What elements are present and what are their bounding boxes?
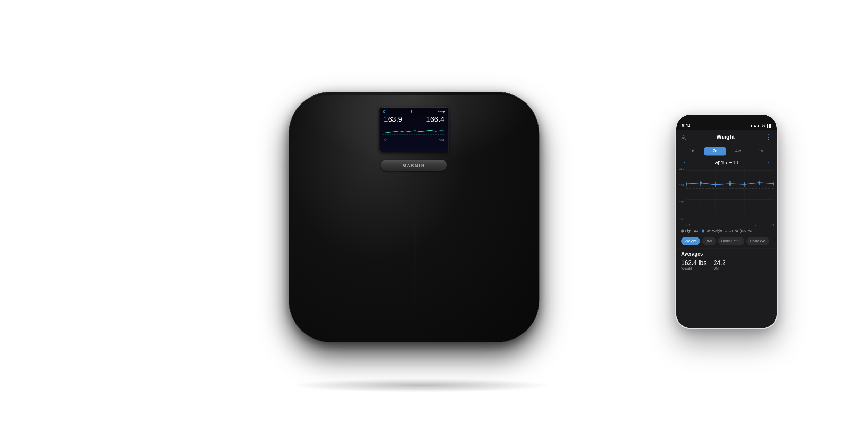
app-content: ◬ Weight ⋮ 1d 7d 4w 1y ‹ April 7 – 13 › <box>676 130 777 328</box>
scale-display-screen: ⌘ ⌇ BMI ▶ 163.9 166.4 <box>379 107 449 152</box>
screen-date-start: 3-1 <box>384 139 388 142</box>
average-weight-label: Weight <box>681 267 707 270</box>
svg-point-24 <box>729 183 731 185</box>
status-icons: ▲▲▲ ⌘ ▌ <box>750 123 771 128</box>
phone-screen: 9:41 ▲▲▲ ⌘ ▌ ◬ Weight ⋮ 1d 7d <box>676 115 777 328</box>
garmin-brand-bar: GARMIN <box>381 160 447 171</box>
x-label-dot3: · <box>729 224 730 227</box>
weight-value-1: 163.9 <box>384 115 402 124</box>
svg-point-22 <box>700 182 702 184</box>
garmin-logo-text: GARMIN <box>403 163 425 167</box>
x-label-dot1: · <box>703 224 704 227</box>
chart-y-labels: 160 157 153 150 <box>679 167 684 221</box>
prev-date-chevron[interactable]: ‹ <box>681 159 688 165</box>
status-time: 9:41 <box>682 123 690 128</box>
scale-horizontal-divider <box>301 217 526 217</box>
average-bmi-value: 24.2 <box>713 259 726 267</box>
average-bmi: 24.2 BMI <box>713 259 726 270</box>
battery-status-icon: ▌ <box>767 124 771 128</box>
legend-last-weight: Last Weight <box>702 229 722 233</box>
screen-chart-area <box>382 125 445 138</box>
app-header-back-icon[interactable]: ◬ <box>681 133 686 141</box>
chart-svg-wrapper <box>686 167 774 221</box>
x-label-413: 4/13 <box>768 224 774 227</box>
phone-notch <box>706 115 748 124</box>
legend-dot-gray <box>681 229 684 232</box>
y-label-153: 153 <box>679 201 684 204</box>
legend-goal: Goal (155 lbs) <box>725 229 752 233</box>
period-tabs-container: 1d 7d 4w 1y <box>676 144 777 158</box>
weight-value-2: 166.4 <box>426 115 444 124</box>
date-range-row: ‹ April 7 – 13 › <box>676 158 777 167</box>
x-label-dot2: · <box>716 224 717 227</box>
garmin-scale: ⌘ ⌇ BMI ▶ 163.9 166.4 <box>289 92 539 342</box>
x-label-47: 4/7 <box>686 224 691 227</box>
chart-container: 160 157 153 150 <box>676 167 777 228</box>
trend-icon: ⌇ <box>411 110 412 114</box>
average-weight: 162.4 lbs Weight <box>681 259 707 270</box>
app-header: ◬ Weight ⋮ <box>676 130 777 144</box>
chart-x-labels: 4/7 · · · · · 4/13 <box>686 224 774 227</box>
x-label-dot4: · <box>742 224 743 227</box>
tab-1d[interactable]: 1d <box>681 147 703 155</box>
smartphone: 9:41 ▲▲▲ ⌘ ▌ ◬ Weight ⋮ 1d 7d <box>675 114 778 329</box>
x-label-dot5: · <box>755 224 756 227</box>
y-label-157: 157 <box>679 184 684 187</box>
legend-label-goal: Goal (155 lbs) <box>732 229 752 233</box>
metric-tab-body-wa[interactable]: Body Wa <box>746 237 769 245</box>
averages-title: Averages <box>681 251 772 257</box>
app-menu-icon[interactable]: ⋮ <box>765 133 772 141</box>
next-date-chevron[interactable]: › <box>765 159 772 165</box>
legend-dot-blue <box>702 229 704 232</box>
metric-tab-body-fat[interactable]: Body Fat % <box>718 237 745 245</box>
average-weight-value: 162.4 lbs <box>681 259 707 267</box>
wifi-icon: ⌘ <box>382 110 385 114</box>
averages-grid: 162.4 lbs Weight 24.2 BMI <box>681 259 772 270</box>
svg-point-25 <box>744 183 746 185</box>
legend-row: High-Low Last Weight Goal (155 lbs) <box>676 228 777 235</box>
date-range-label: April 7 – 13 <box>715 160 738 165</box>
legend-dashed-line <box>725 231 731 231</box>
y-label-160: 160 <box>679 167 684 170</box>
signal-icon: ▲▲▲ <box>750 124 760 127</box>
metric-tabs-container: Weight BMI Body Fat % Body Wa <box>676 235 777 248</box>
svg-point-23 <box>714 184 716 186</box>
tab-7d[interactable]: 7d <box>704 147 726 155</box>
legend-label-high-low: High-Low <box>685 229 698 233</box>
metric-tab-bmi[interactable]: BMI <box>702 237 716 245</box>
metric-tab-weight[interactable]: Weight <box>681 237 700 245</box>
average-bmi-label: BMI <box>713 267 726 270</box>
tab-4w[interactable]: 4w <box>727 147 749 155</box>
scale-shadow <box>289 378 553 392</box>
scene: ⌘ ⌇ BMI ▶ 163.9 166.4 <box>0 0 868 434</box>
legend-high-low: High-Low <box>681 229 698 233</box>
averages-section: Averages 162.4 lbs Weight 24.2 BMI <box>676 248 777 273</box>
tab-1y[interactable]: 1y <box>750 147 772 155</box>
legend-label-last-weight: Last Weight <box>706 229 722 233</box>
screen-date-end: 3-31 <box>439 139 444 142</box>
y-label-150: 150 <box>679 217 684 221</box>
wifi-status-icon: ⌘ <box>762 123 766 128</box>
svg-point-26 <box>758 182 760 184</box>
bmi-label: BMI ▶ <box>438 110 445 113</box>
app-title: Weight <box>716 134 735 140</box>
